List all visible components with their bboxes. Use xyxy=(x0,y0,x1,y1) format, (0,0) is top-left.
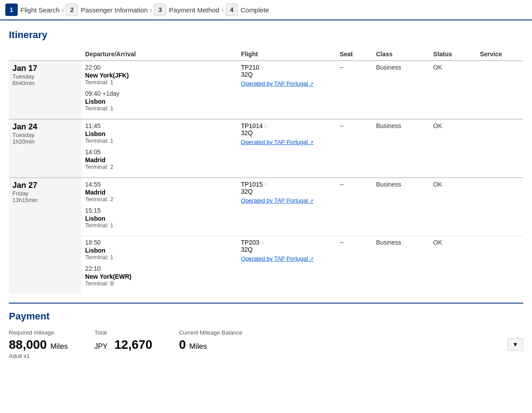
step-1-label: Flight Search xyxy=(20,6,59,14)
departure-terminal: Terminal: 1 xyxy=(85,254,234,261)
current-balance-label: Current Mileage Balance xyxy=(179,329,243,336)
operated-by-link[interactable]: Operated by TAP Portugal ↗ xyxy=(241,139,314,145)
arrow-1: › xyxy=(61,5,64,15)
arrival-location: Lisbon xyxy=(85,98,234,105)
class-cell: Business xyxy=(372,119,430,178)
flight-number: TP210☆ xyxy=(241,64,333,71)
flight-seat: 32Q xyxy=(241,129,333,136)
flight-number: TP203☆ xyxy=(241,239,333,246)
itinerary-table: Departure/Arrival Flight Seat Class Stat… xyxy=(9,48,523,294)
arrival-terminal: Terminal: 1 xyxy=(85,105,234,112)
arrival-location: Madrid xyxy=(85,156,234,164)
step-4-number: 4 xyxy=(226,4,238,16)
balance-unit: Miles xyxy=(189,342,207,351)
col-status: Status xyxy=(430,48,476,61)
time-location-cell: 11:45 Lisbon Terminal: 1 14:05 Madrid Te… xyxy=(82,119,238,178)
status-cell: OK xyxy=(430,119,476,178)
service-cell xyxy=(477,61,524,119)
step-2-label: Passenger Information xyxy=(81,6,148,14)
day: Tuesday xyxy=(12,73,78,80)
departure-time: 22:00 xyxy=(85,64,234,71)
seat-cell: -- xyxy=(336,119,372,178)
required-mileage-value: 88,000 Miles xyxy=(9,338,68,352)
service-cell xyxy=(477,236,524,294)
departure-location: Madrid xyxy=(85,189,234,196)
departure-location: New York(JFK) xyxy=(85,72,234,79)
external-link-icon: ↗ xyxy=(309,198,313,203)
arrival-terminal: Terminal: 2 xyxy=(85,164,234,170)
flight-seat: 32Q xyxy=(241,71,333,78)
day: Tuesday xyxy=(12,132,78,138)
flight-seat: 32Q xyxy=(241,188,333,195)
main-content: Itinerary Departure/Arrival Flight Seat … xyxy=(0,20,532,368)
external-link-icon: ↗ xyxy=(309,81,313,86)
col-date xyxy=(9,48,82,61)
duration: 6h40min xyxy=(12,80,78,86)
step-4[interactable]: 4 Complete xyxy=(226,4,269,16)
class-cell: Business xyxy=(372,178,430,236)
arrow-3: › xyxy=(221,5,224,15)
total-value: JPY 12,670 xyxy=(94,338,153,352)
departure-time: 11:45 xyxy=(85,122,234,129)
seat-cell: -- xyxy=(336,236,372,294)
status-cell: OK xyxy=(430,61,476,119)
flight-number: TP1014☆ xyxy=(241,122,333,129)
total-payment: Total JPY 12,670 xyxy=(94,329,153,359)
required-mileage: Required mileage 88,000 Miles Adult x1 xyxy=(9,329,68,359)
seat-cell: -- xyxy=(336,61,372,119)
star-icon: ☆ xyxy=(263,123,268,129)
arrow-2: › xyxy=(149,5,152,15)
col-service: Service xyxy=(477,48,524,61)
star-icon: ☆ xyxy=(259,239,265,246)
table-row: Jan 24 Tuesday 1h20min 11:45 Lisbon Term… xyxy=(9,119,523,178)
balance-number: 0 xyxy=(179,338,186,351)
flight-cell: TP210☆ 32Q Operated by TAP Portugal ↗ xyxy=(238,61,336,119)
payment-row: Required mileage 88,000 Miles Adult x1 T… xyxy=(9,329,523,359)
table-row: Jan 27 Friday 13h15min 14:55 Madrid Term… xyxy=(9,178,523,236)
payment-section: Payment Required mileage 88,000 Miles Ad… xyxy=(9,303,523,359)
operated-by-link[interactable]: Operated by TAP Portugal ↗ xyxy=(241,197,314,204)
date-cell: Jan 17 Tuesday 6h40min xyxy=(9,61,82,119)
status-cell: OK xyxy=(430,178,476,236)
external-link-icon: ↗ xyxy=(309,140,313,145)
step-4-label: Complete xyxy=(241,6,269,14)
table-row: 18:50 Lisbon Terminal: 1 22:10 New York(… xyxy=(9,236,523,294)
mileage-unit: Miles xyxy=(50,342,68,351)
col-departure-arrival: Departure/Arrival xyxy=(82,48,238,61)
operated-by-link[interactable]: Operated by TAP Portugal ↗ xyxy=(241,255,314,262)
operated-by-link[interactable]: Operated by TAP Portugal ↗ xyxy=(241,80,314,87)
departure-terminal: Terminal: 1 xyxy=(85,137,234,144)
dropdown-button[interactable]: ▼ xyxy=(508,338,523,351)
time-location-cell: 14:55 Madrid Terminal: 2 15:15 Lisbon Te… xyxy=(82,178,238,236)
step-2-number: 2 xyxy=(66,4,78,16)
col-seat: Seat xyxy=(336,48,372,61)
service-cell xyxy=(477,119,524,178)
duration: 1h20min xyxy=(12,138,78,145)
step-2[interactable]: 2 Passenger Information xyxy=(66,4,148,16)
arrival-time: 15:15 xyxy=(85,207,234,214)
table-row: Jan 17 Tuesday 6h40min 22:00 New York(JF… xyxy=(9,61,523,119)
date-main: Jan 24 xyxy=(12,122,78,132)
time-location-cell: 18:50 Lisbon Terminal: 1 22:10 New York(… xyxy=(82,236,238,294)
star-icon: ☆ xyxy=(263,181,268,188)
itinerary-title: Itinerary xyxy=(9,29,523,41)
flight-cell: TP203☆ 32Q Operated by TAP Portugal ↗ xyxy=(238,236,336,294)
total-amount: 12,670 xyxy=(114,338,153,351)
total-label: Total xyxy=(94,329,153,336)
date-cell: Jan 27 Friday 13h15min xyxy=(9,178,82,294)
star-icon: ☆ xyxy=(259,64,265,71)
required-mileage-label: Required mileage xyxy=(9,329,68,336)
flight-seat: 32Q xyxy=(241,246,333,253)
step-3[interactable]: 3 Payment Method xyxy=(154,4,219,16)
external-link-icon: ↗ xyxy=(309,256,313,261)
time-location-cell: 22:00 New York(JFK) Terminal: 1 09:40 +1… xyxy=(82,61,238,119)
flight-number: TP1015☆ xyxy=(241,181,333,188)
duration: 13h15min xyxy=(12,197,78,203)
arrival-time: 14:05 xyxy=(85,148,234,156)
adult-label: Adult x1 xyxy=(9,353,68,359)
step-3-number: 3 xyxy=(154,4,166,16)
service-cell xyxy=(477,178,524,236)
step-1[interactable]: 1 Flight Search xyxy=(5,4,59,16)
date-cell: Jan 24 Tuesday 1h20min xyxy=(9,119,82,178)
departure-location: Lisbon xyxy=(85,247,234,254)
